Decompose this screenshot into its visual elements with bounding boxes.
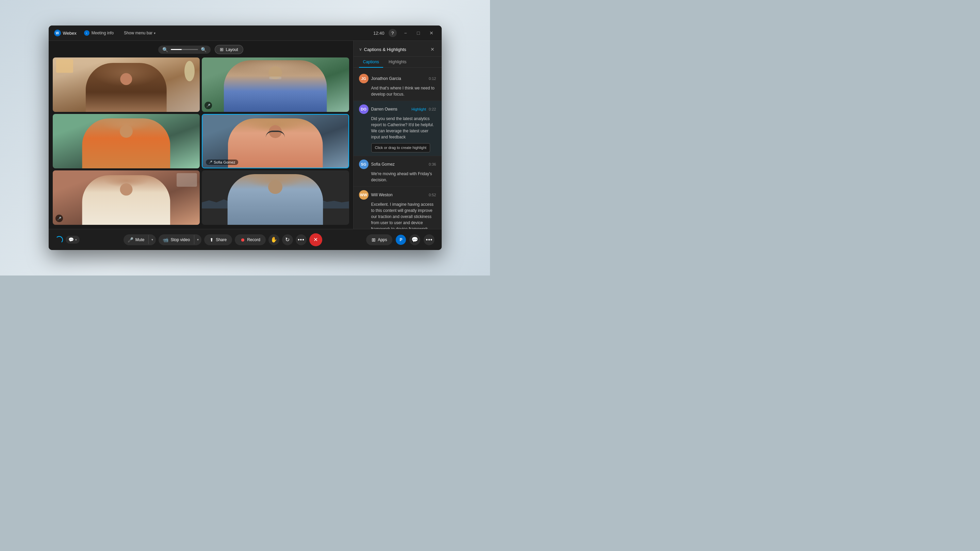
caption-item-4: WW Will Weston 0:52 Excellent. I imagine…	[353, 187, 442, 229]
caption-time-1: 0:12	[429, 76, 436, 81]
record-label: Record	[247, 237, 260, 242]
video-dropdown-button[interactable]: ▾	[194, 235, 202, 244]
main-content: 🔍 🔍 ⊞ Layout	[49, 41, 442, 229]
video-area: 🔍 🔍 ⊞ Layout	[49, 41, 353, 229]
apps-grid-icon: ⊞	[372, 237, 375, 243]
record-button[interactable]: ⏺ Record	[235, 234, 266, 245]
apps-button[interactable]: ⊞ Apps	[366, 234, 392, 245]
sidebar-close-button[interactable]: ✕	[429, 46, 436, 53]
more-right-icon: •••	[426, 237, 433, 243]
video-cell-5: 🎤	[53, 170, 200, 225]
layout-grid-icon: ⊞	[220, 47, 224, 52]
captions-list: JG Jonathon Garcia 0:12 And that's where…	[353, 68, 442, 229]
caption-text-4: Excellent. I imagine having access to th…	[371, 202, 436, 229]
more-right-button[interactable]: •••	[424, 234, 434, 245]
meeting-info-button[interactable]: i Meeting info	[81, 29, 116, 37]
avatar-sofia: SG	[359, 159, 369, 169]
tab-captions[interactable]: Captions	[359, 57, 383, 68]
zoom-control: 🔍 🔍	[158, 46, 211, 54]
reactions-button[interactable]: ✋	[269, 234, 279, 245]
toolbar-left: 💬 ▾	[56, 236, 80, 243]
tab-highlights[interactable]: Highlights	[385, 57, 411, 68]
caption-name-1: Jonathon Garcia	[371, 76, 426, 81]
captions-toggle[interactable]: 💬 ▾	[66, 236, 80, 243]
mute-button[interactable]: 🎤 Mute	[124, 234, 149, 245]
sidebar-tabs: Captions Highlights	[353, 57, 442, 68]
video-cell-4: 🎤 Sofia Gomez	[202, 114, 349, 168]
loading-spinner	[56, 236, 63, 243]
caption-time-3: 0:36	[429, 162, 436, 166]
sofia-name-label: Sofia Gomez	[214, 160, 235, 164]
show-menu-bar-label: Show menu bar	[124, 30, 153, 35]
layout-label: Layout	[226, 47, 238, 52]
end-call-button[interactable]: ✕	[309, 233, 322, 246]
highlight-badge: Highlight	[411, 107, 426, 111]
stop-video-button[interactable]: 📹 Stop video	[159, 234, 194, 245]
participant-name-sofia: 🎤 Sofia Gomez	[206, 159, 238, 165]
sidebar-chevron-icon[interactable]: ∨	[359, 47, 362, 52]
meeting-info-dot: i	[84, 30, 89, 36]
zoom-in-icon[interactable]: 🔍	[201, 47, 207, 52]
toolbar-center: 🎤 Mute ▾ 📹 Stop video ▾ ⬆ Share	[124, 233, 322, 246]
apps-label: Apps	[378, 237, 387, 242]
title-bar: W Webex i Meeting info Show menu bar ▾ 1…	[49, 25, 442, 41]
minimize-button[interactable]: −	[401, 28, 410, 38]
zoom-slider[interactable]	[171, 49, 198, 50]
share-label: Share	[216, 237, 227, 242]
caption-header-4: WW Will Weston 0:52	[359, 190, 436, 200]
video-cell-1	[53, 57, 200, 112]
more-options-button[interactable]: •••	[296, 234, 307, 245]
meeting-info-label: Meeting info	[92, 30, 114, 35]
video-grid: 🎤	[53, 57, 349, 225]
sidebar-header: ∨ Captions & Highlights ✕	[353, 41, 442, 57]
caption-item-1: JG Jonathon Garcia 0:12 And that's where…	[353, 70, 442, 101]
caption-time-4: 0:52	[429, 193, 436, 197]
participants-avatar[interactable]: P	[396, 235, 406, 245]
mic-icon: 🎤	[208, 160, 212, 164]
avatar-darren: DO	[359, 105, 369, 114]
sidebar-title: Captions & Highlights	[364, 47, 406, 52]
caption-name-3: Sofia Gomez	[371, 162, 426, 167]
webex-icon: W	[54, 30, 61, 37]
video-icon: 📹	[163, 237, 169, 243]
chat-button[interactable]: 💬	[409, 234, 420, 245]
show-menu-bar-button[interactable]: Show menu bar ▾	[121, 29, 158, 37]
captions-dropdown-arrow: ▾	[75, 238, 77, 241]
stop-video-label: Stop video	[170, 237, 190, 242]
zoom-out-icon[interactable]: 🔍	[162, 47, 168, 52]
caption-item-3: SG Sofia Gomez 0:36 We're moving ahead w…	[353, 156, 442, 187]
mute-split-button: 🎤 Mute ▾	[124, 234, 156, 245]
mute-dropdown-button[interactable]: ▾	[148, 235, 156, 244]
highlight-tooltip[interactable]: Click or drag to create highlight	[371, 143, 430, 152]
title-bar-right: 12:40 ? − □ ✕	[373, 28, 436, 38]
chevron-down-icon: ▾	[154, 31, 156, 35]
sidebar-title-row: ∨ Captions & Highlights	[359, 47, 406, 52]
webex-logo: W Webex	[54, 30, 76, 37]
timer-button[interactable]: ↻	[282, 234, 293, 245]
app-window: W Webex i Meeting info Show menu bar ▾ 1…	[49, 25, 442, 250]
share-button[interactable]: ⬆ Share	[204, 234, 232, 245]
layout-button[interactable]: ⊞ Layout	[215, 45, 243, 54]
captions-icon: 💬	[68, 237, 74, 242]
caption-text-2: Did you send the latest analytics report…	[371, 116, 436, 152]
avatar-will: WW	[359, 190, 369, 200]
mute-overlay-5: 🎤	[56, 214, 63, 222]
caption-name-4: Will Weston	[371, 192, 426, 197]
toolbar-right: ⊞ Apps P 💬 •••	[366, 234, 434, 245]
captions-sidebar: ∨ Captions & Highlights ✕ Captions Highl…	[353, 41, 442, 229]
caption-header-2: DO Darren Owens Highlight 0:22	[359, 105, 436, 114]
bottom-toolbar: 💬 ▾ 🎤 Mute ▾ 📹 Stop video	[49, 229, 442, 250]
maximize-button[interactable]: □	[414, 28, 423, 38]
caption-item-2: DO Darren Owens Highlight 0:22 Did you s…	[353, 101, 442, 156]
title-bar-left: W Webex i Meeting info Show menu bar ▾	[54, 29, 373, 37]
close-button[interactable]: ✕	[427, 28, 436, 38]
mic-icon: 🎤	[127, 237, 134, 243]
help-button[interactable]: ?	[388, 29, 397, 37]
video-cell-3	[53, 114, 200, 168]
zoom-slider-track	[171, 49, 182, 50]
share-icon: ⬆	[210, 237, 214, 243]
mute-label: Mute	[135, 237, 145, 242]
caption-name-2: Darren Owens	[371, 107, 409, 111]
more-icon: •••	[298, 237, 305, 243]
zoom-layout-bar: 🔍 🔍 ⊞ Layout	[53, 45, 349, 54]
